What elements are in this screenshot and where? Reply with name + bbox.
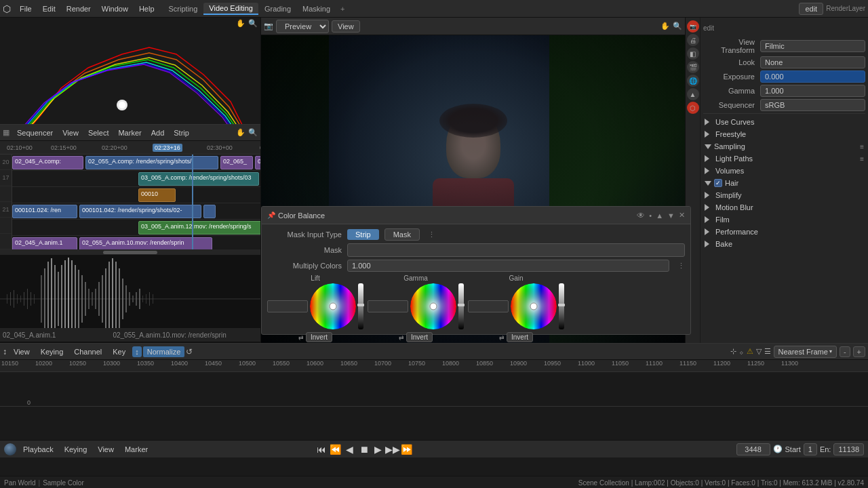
gain-wheel[interactable] <box>511 283 557 329</box>
refresh-icon[interactable]: ↺ <box>186 347 193 357</box>
exposure-value[interactable]: 0.000 <box>760 70 865 83</box>
play-button[interactable]: ▶ <box>372 443 384 455</box>
mask-button[interactable]: Mask <box>384 228 420 241</box>
start-value[interactable]: 1 <box>804 443 817 455</box>
key-btn[interactable]: Key <box>108 346 130 357</box>
frame-count-display[interactable]: 3448 <box>736 443 770 455</box>
section-bake[interactable]: Bake <box>703 238 865 250</box>
output-icon[interactable]: 🖨 <box>687 34 699 46</box>
minus-zoom[interactable]: - <box>840 346 850 357</box>
menu-edit[interactable]: Edit <box>38 3 60 14</box>
view-menu[interactable]: View <box>94 444 118 455</box>
scene-icon[interactable]: 🎬 <box>687 61 699 73</box>
view-btn[interactable]: View <box>9 346 34 357</box>
zoom-icon[interactable]: 🔍 <box>248 19 258 28</box>
gamma-wheel[interactable] <box>410 283 456 329</box>
playback-menu[interactable]: Playback <box>19 444 58 455</box>
sphere-icon[interactable] <box>4 443 16 455</box>
plus-zoom[interactable]: + <box>853 346 865 357</box>
clip-5[interactable]: 03_005_A.comp: /render/spring/shots/03 <box>138 172 259 186</box>
gain-slider[interactable] <box>559 283 564 329</box>
section-use-curves[interactable]: Use Curves <box>703 116 865 128</box>
gamma-value[interactable]: 1.000 <box>760 85 865 97</box>
workspace-masking[interactable]: Masking <box>297 3 336 14</box>
cursor-icon[interactable]: ⊹ <box>730 347 736 356</box>
section-simplify[interactable]: Simplify <box>703 189 865 201</box>
normalize-icon[interactable]: ↕ <box>132 346 142 357</box>
section-light-paths[interactable]: Light Paths ≡ <box>703 152 865 165</box>
clip-4[interactable]: 02_07 <box>255 156 260 169</box>
gain-input[interactable] <box>468 300 509 312</box>
clip-12[interactable]: 03_005_A.anim.12.mov: /render/spring/s <box>138 221 260 235</box>
seq-add[interactable]: Add <box>148 127 168 138</box>
normalize-btn[interactable]: Normalize <box>143 346 185 357</box>
gamma-slider[interactable] <box>458 283 464 329</box>
filter-icon[interactable]: ▽ <box>756 347 762 356</box>
engine-selector[interactable]: edit <box>799 3 823 15</box>
section-freestyle[interactable]: Freestyle <box>703 128 865 140</box>
end-value[interactable]: 11138 <box>833 443 864 455</box>
close-icon-cb[interactable]: ✕ <box>679 211 685 220</box>
seq-marker[interactable]: Marker <box>115 127 144 138</box>
view-layer-icon[interactable]: ◧ <box>687 47 699 60</box>
prev-key-button[interactable]: ⏪ <box>330 443 342 455</box>
next-frame-button[interactable]: ▶▶ <box>387 443 399 455</box>
eye-icon[interactable]: 👁 <box>637 211 645 220</box>
marker-menu[interactable]: Marker <box>121 444 152 455</box>
clip-1[interactable]: 02_045_A.comp: <box>12 156 83 169</box>
section-film[interactable]: Film <box>703 214 865 226</box>
gamma-invert-button[interactable]: Invert <box>406 332 433 342</box>
hand-icon-preview[interactable]: ✋ <box>660 22 670 30</box>
clip-7[interactable]: 00010 <box>138 188 176 202</box>
strip-button[interactable]: Strip <box>347 229 379 240</box>
seq-strip[interactable]: Strip <box>170 127 193 138</box>
keyframe-icon[interactable]: ⬦ <box>739 348 744 356</box>
object-icon[interactable]: ▲ <box>687 88 699 100</box>
cb-more-icon[interactable]: ⋮ <box>428 230 435 239</box>
zoom-icon2[interactable]: 🔍 <box>248 128 258 137</box>
blender-logo[interactable]: ⬡ <box>3 3 11 14</box>
look-value[interactable]: None <box>760 56 865 68</box>
prev-frame-button[interactable]: ◀ <box>344 443 356 455</box>
world-icon[interactable]: 🌐 <box>687 75 699 87</box>
seq-select[interactable]: Select <box>85 127 113 138</box>
preview-dropdown[interactable]: Preview <box>276 20 329 33</box>
menu-window[interactable]: Window <box>97 3 133 14</box>
view-icon2[interactable]: ☰ <box>764 347 771 356</box>
seq-scrollbar[interactable] <box>103 251 157 254</box>
move-icon[interactable]: ↕ <box>3 347 7 357</box>
sequencer-value[interactable]: sRGB <box>760 99 865 111</box>
section-volumes[interactable]: Volumes <box>703 165 865 177</box>
clip-2[interactable]: 02_055_A.comp: /render/spring/shots/ <box>85 156 218 169</box>
nearest-frame-dropdown[interactable]: Nearest Frame ▾ <box>774 346 837 358</box>
hair-checkbox[interactable] <box>714 179 722 187</box>
menu-render[interactable]: Render <box>62 3 96 14</box>
multiply-value[interactable]: 1.000 <box>347 260 669 272</box>
channel-btn[interactable]: Channel <box>70 346 106 357</box>
render-icon[interactable]: 📷 <box>687 20 699 33</box>
jump-start-button[interactable]: ⏮ <box>315 443 328 455</box>
warning-icon[interactable]: ⚠ <box>747 347 753 356</box>
menu-file[interactable]: File <box>15 3 37 14</box>
multiply-more[interactable]: ⋮ <box>677 262 685 270</box>
clip-10[interactable]: 000101.042: /render/spring/shots/02- <box>79 205 201 218</box>
seq-sequencer[interactable]: Sequencer <box>14 127 56 138</box>
section-sampling[interactable]: Sampling ≡ <box>703 140 865 152</box>
add-workspace-button[interactable]: + <box>336 3 349 14</box>
lift-wheel[interactable] <box>310 283 356 329</box>
up-icon[interactable]: ▲ <box>656 211 663 220</box>
section-hair[interactable]: Hair <box>703 177 865 189</box>
clip-14[interactable]: 02_045_A.anim.1 <box>12 237 77 249</box>
workspace-grading[interactable]: Grading <box>259 3 296 14</box>
section-performance[interactable]: Performance <box>703 226 865 238</box>
mask-field[interactable] <box>347 243 685 257</box>
seq-view[interactable]: View <box>59 127 82 138</box>
clip-9[interactable]: 000101.024: /ren <box>12 205 77 218</box>
lift-slider[interactable] <box>358 283 363 329</box>
workspace-video-editing[interactable]: Video Editing <box>203 3 258 15</box>
select-btn[interactable]: Keying <box>37 346 68 357</box>
lift-input[interactable] <box>267 300 308 312</box>
clip-11[interactable] <box>203 205 216 218</box>
workspace-scripting[interactable]: Scripting <box>163 3 203 14</box>
hand-icon2[interactable]: ✋ <box>236 128 245 137</box>
